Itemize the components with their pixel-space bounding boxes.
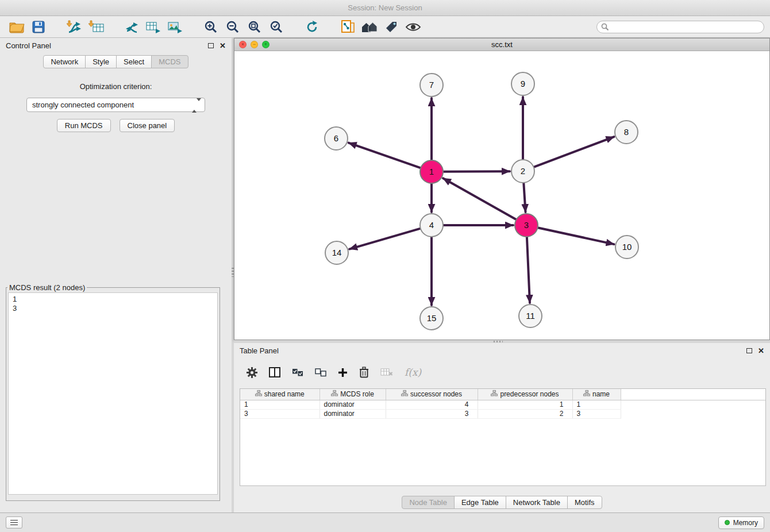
export-network-icon xyxy=(125,20,139,34)
tab-mcds[interactable]: MCDS xyxy=(151,55,188,68)
float-panel-icon[interactable] xyxy=(208,43,214,48)
zoom-fit-icon xyxy=(248,20,261,34)
table-mode-button[interactable] xyxy=(247,367,257,378)
graph-node-8[interactable]: 8 xyxy=(615,121,638,144)
show-details-button[interactable] xyxy=(402,18,424,36)
zoom-fit-button[interactable] xyxy=(244,18,265,36)
table-cell[interactable]: 1 xyxy=(240,400,319,409)
close-panel-icon[interactable]: ✕ xyxy=(758,347,764,354)
close-window-button[interactable]: × xyxy=(239,41,247,48)
column-header-name[interactable]: name xyxy=(572,389,621,400)
graph-node-9[interactable]: 9 xyxy=(511,72,534,95)
table-cell[interactable]: dominator xyxy=(319,400,386,409)
zoom-out-button[interactable] xyxy=(222,18,244,36)
function-builder-button[interactable]: f(x) xyxy=(405,367,421,378)
control-panel-title: Control Panel xyxy=(6,41,51,50)
unselect-all-button[interactable] xyxy=(315,368,326,377)
double-home-icon xyxy=(361,21,378,33)
import-table-icon xyxy=(88,20,104,34)
gear-icon xyxy=(247,367,257,378)
table-tab-edge-table[interactable]: Edge Table xyxy=(454,496,506,509)
graph-node-label: 9 xyxy=(521,79,525,88)
graph-node-4[interactable]: 4 xyxy=(420,214,443,237)
column-header-predecessor-nodes[interactable]: predecessor nodes xyxy=(478,389,572,400)
graph-edge-2-3[interactable] xyxy=(523,183,525,212)
tab-style[interactable]: Style xyxy=(85,55,117,68)
network-canvas[interactable]: 7968124314101511 xyxy=(234,51,769,340)
delete-table-button[interactable] xyxy=(380,368,393,377)
graph-node-10[interactable]: 10 xyxy=(615,236,638,259)
status-menu-button[interactable] xyxy=(6,516,22,529)
column-header-successor-nodes[interactable]: successor nodes xyxy=(386,389,478,400)
table-cell[interactable]: 3 xyxy=(386,409,478,418)
toolbar-search xyxy=(596,21,764,33)
graph-edge-3-11[interactable] xyxy=(527,237,530,303)
table-cell[interactable]: 3 xyxy=(572,409,621,418)
save-session-button[interactable] xyxy=(28,18,49,36)
graph-node-7[interactable]: 7 xyxy=(420,74,443,97)
home-button[interactable] xyxy=(359,18,380,36)
memory-button[interactable]: Memory xyxy=(718,516,764,529)
network-window-titlebar[interactable]: × − + scc.txt xyxy=(234,38,769,51)
table-cell[interactable]: 4 xyxy=(386,400,478,409)
optimization-criterion-label: Optimization criterion: xyxy=(0,82,232,91)
table-cell[interactable]: 1 xyxy=(572,400,621,409)
column-header-mcds-role[interactable]: MCDS role xyxy=(319,389,386,400)
zoom-in-button[interactable] xyxy=(200,18,222,36)
import-table-button[interactable] xyxy=(85,18,107,36)
graph-edge-1-2[interactable] xyxy=(443,171,510,172)
minimize-window-button[interactable]: − xyxy=(251,41,258,48)
table-tab-network-table[interactable]: Network Table xyxy=(506,496,568,509)
column-header-shared-name[interactable]: shared name xyxy=(240,389,319,400)
graph-node-6[interactable]: 6 xyxy=(325,127,348,150)
graph-node-14[interactable]: 14 xyxy=(325,241,348,264)
graph-node-3[interactable]: 3 xyxy=(515,214,538,237)
select-all-button[interactable] xyxy=(292,368,303,377)
table-cell[interactable]: 1 xyxy=(478,400,572,409)
graph-node-2[interactable]: 2 xyxy=(511,160,534,183)
table-row[interactable]: 3dominator323 xyxy=(240,409,765,418)
table-cell[interactable]: dominator xyxy=(319,409,386,418)
export-image-button[interactable] xyxy=(164,18,186,36)
plus-icon xyxy=(338,368,348,377)
graph-edge-3-10[interactable] xyxy=(538,228,614,244)
table-cell[interactable]: 3 xyxy=(240,409,319,418)
delete-column-button[interactable] xyxy=(359,367,369,378)
close-panel-button[interactable]: Close panel xyxy=(120,119,175,132)
graph-node-15[interactable]: 15 xyxy=(420,307,443,330)
table-row[interactable]: 1dominator411 xyxy=(240,400,765,409)
window-titlebar[interactable]: Session: New Session xyxy=(0,0,770,16)
search-input[interactable] xyxy=(596,21,764,33)
run-mcds-button[interactable]: Run MCDS xyxy=(57,119,111,132)
graph-node-1[interactable]: 1 xyxy=(420,160,443,183)
table-tab-motifs[interactable]: Motifs xyxy=(567,496,602,509)
graph-node-label: 7 xyxy=(429,80,434,90)
create-column-button[interactable] xyxy=(338,368,348,377)
show-columns-button[interactable] xyxy=(269,367,280,377)
zoom-out-icon xyxy=(226,20,240,34)
close-panel-icon[interactable]: ✕ xyxy=(220,42,226,49)
export-network-button[interactable] xyxy=(121,18,143,36)
table-cell[interactable]: 2 xyxy=(478,409,572,418)
export-table-button[interactable] xyxy=(143,18,164,36)
graph-node-label: 8 xyxy=(624,127,629,137)
graph-edge-1-6[interactable] xyxy=(349,143,421,168)
float-panel-icon[interactable] xyxy=(746,348,752,353)
graph-edge-3-1[interactable] xyxy=(443,178,517,219)
apply-layout-button[interactable] xyxy=(301,18,323,36)
mcds-result-list[interactable]: 13 xyxy=(8,292,218,495)
style-tag-button[interactable] xyxy=(380,18,402,36)
network-document-button[interactable] xyxy=(337,18,359,36)
graph-edge-4-14[interactable] xyxy=(349,229,421,249)
table-tab-node-table[interactable]: Node Table xyxy=(402,496,455,509)
tab-select[interactable]: Select xyxy=(116,55,152,68)
column-hierarchy-icon xyxy=(331,390,338,396)
graph-node-11[interactable]: 11 xyxy=(519,304,542,327)
import-network-button[interactable] xyxy=(63,18,85,36)
zoom-selected-button[interactable] xyxy=(265,18,287,36)
open-session-button[interactable] xyxy=(6,18,28,36)
zoom-window-button[interactable]: + xyxy=(262,41,270,48)
graph-edge-2-8[interactable] xyxy=(534,137,614,167)
optimization-criterion-dropdown[interactable]: strongly connected component xyxy=(26,98,205,112)
tab-network[interactable]: Network xyxy=(43,55,86,68)
